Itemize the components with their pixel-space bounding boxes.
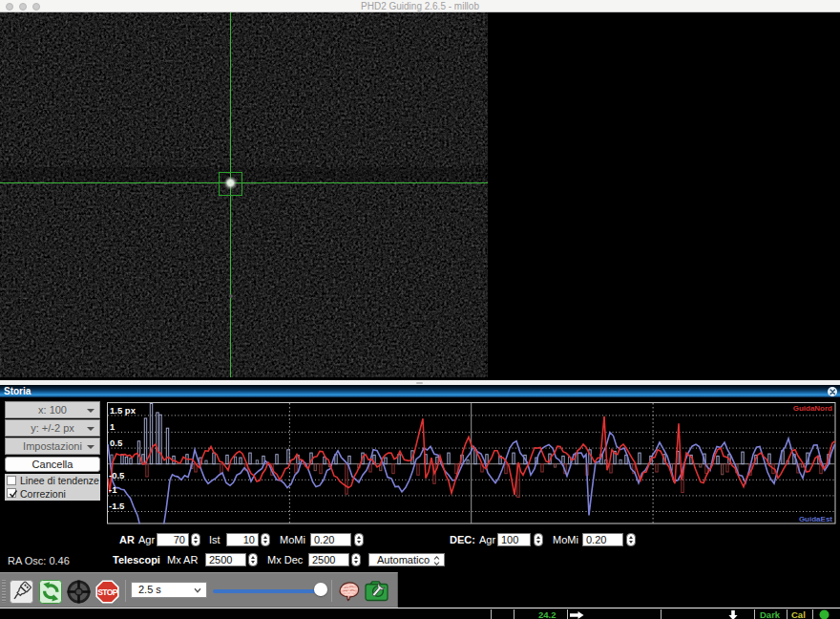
svg-text:1: 1 <box>110 421 116 432</box>
svg-text:0.5: 0.5 <box>110 438 123 448</box>
svg-text:-1: -1 <box>109 484 117 495</box>
svg-text:1.5 px: 1.5 px <box>110 405 136 416</box>
svg-text:GuidaEst: GuidaEst <box>799 515 832 523</box>
svg-text:STOP: STOP <box>97 587 117 597</box>
svg-text:-0.5: -0.5 <box>109 470 125 480</box>
svg-text:GuidaNord: GuidaNord <box>793 404 832 413</box>
svg-text:-1.5: -1.5 <box>109 501 125 511</box>
